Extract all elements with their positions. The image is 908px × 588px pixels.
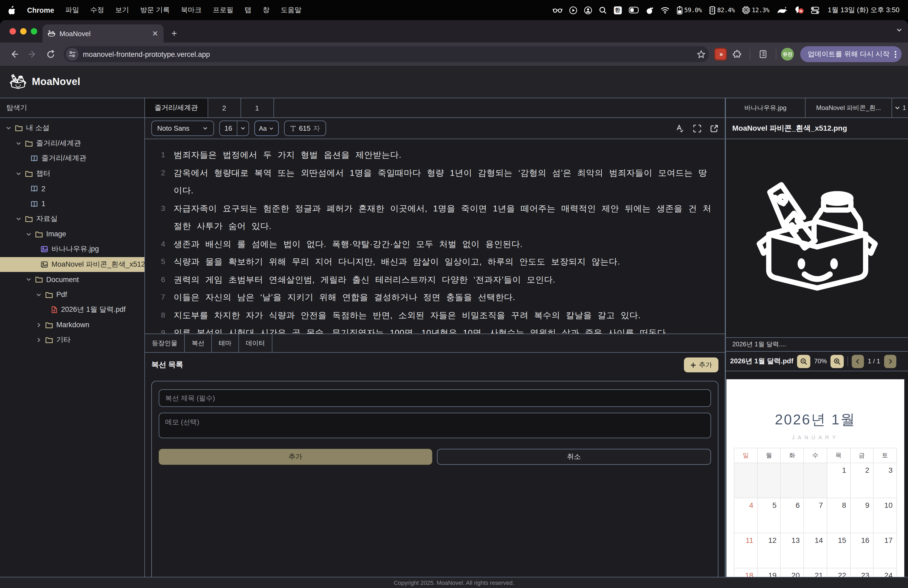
search-icon[interactable] [599,6,607,14]
bomb-icon[interactable] [646,6,654,14]
text-style-button[interactable]: Aa [254,121,279,136]
display-toggle-icon[interactable] [628,6,639,14]
glasses-icon[interactable] [552,6,562,14]
font-size-chevron[interactable] [237,121,248,135]
bottom-tab[interactable]: 등장인물 [145,334,185,352]
zoom-out-button[interactable] [797,354,810,368]
control-center-icon[interactable] [811,6,819,14]
play-circle-icon[interactable] [569,6,577,14]
bottom-tab[interactable]: 데이터 [239,334,272,352]
reload-button[interactable] [42,46,58,62]
open-external-icon[interactable] [710,124,718,132]
tree-item[interactable]: 2026년 1월 달력.pdf [0,302,145,317]
editor-line[interactable]: 4생존과 배신의 룰 섬에는 법이 없다. 폭행·약탈·강간·살인 모두 처벌 … [151,235,715,253]
adblock-extension-icon[interactable]: » [714,48,727,61]
url-text[interactable]: moanovel-frontend-prototype.vercel.app [83,50,692,58]
wifi-icon[interactable] [660,6,669,13]
extensions-puzzle-icon[interactable] [729,46,745,62]
menu-item[interactable]: 보기 [115,5,129,15]
font-size-select[interactable]: 16 [219,121,249,136]
foreshadow-memo-input[interactable] [159,413,711,438]
tree-item[interactable]: Document [0,272,145,287]
close-window-button[interactable] [10,28,16,34]
menu-item[interactable]: 수정 [90,5,104,15]
tree-item[interactable]: Image [0,227,145,242]
runcat-icon[interactable] [776,6,788,14]
editor-line[interactable]: 8지도부를 차지한 자가 식량과 안전을 독점하는 반면, 소외된 자들은 비밀… [151,306,715,324]
bookmark-star-icon[interactable] [697,50,706,59]
bottom-tab[interactable]: 테마 [212,334,239,352]
tree-item[interactable]: 기타 [0,332,145,348]
menu-clock[interactable]: 1월 13일 (화) 오후 3:50 [828,5,900,15]
profile-avatar[interactable]: 유진 [781,48,794,61]
next-page-button[interactable] [884,354,896,368]
spellcheck-icon[interactable] [675,124,684,133]
tree-item[interactable]: 내 소설 [0,121,145,136]
update-chrome-button[interactable]: 업데이트를 위해 다시 시작 [800,46,902,62]
bottom-tab[interactable]: 복선 [185,334,212,352]
maximize-window-button[interactable] [31,28,37,34]
notification-badge-icon[interactable]: N [795,6,804,14]
menu-item[interactable]: 도움말 [281,5,301,15]
pdf-tab-label[interactable]: 2026년 1월 달력.... [726,338,908,352]
new-tab-button[interactable]: + [167,26,182,41]
form-cancel-button[interactable]: 취소 [437,449,711,465]
tree-item[interactable]: 줄거리/세계관 [0,136,145,151]
foreshadow-title-input[interactable] [159,389,711,407]
prev-page-button[interactable] [852,354,864,368]
apple-icon[interactable] [8,6,16,14]
tree-item[interactable]: 2 [0,181,145,196]
editor-line[interactable]: 3자급자족이 요구되는 험준한 정글과 폐허가 혼재한 이곳에서, 1명을 죽이… [151,200,715,235]
browser-tab[interactable]: MoaNovel ✕ [42,24,164,42]
pdf-viewer[interactable]: 2026년 1월 JANUARY 일월화수목금토 123456789101112… [726,371,908,577]
editor-line[interactable]: 1범죄자들은 법정에서 두 가지 형벌 옵션을 제안받는다. [151,146,715,164]
person-circle-icon[interactable] [584,6,592,14]
back-button[interactable] [6,46,22,62]
preview-tab[interactable]: 바나나우유.jpg [726,98,805,118]
preview-tab-overflow[interactable]: 1 [892,98,908,118]
tree-item[interactable]: 자료실 [0,211,145,227]
menu-app-name[interactable]: Chrome [27,6,54,14]
tab-list-chevron-icon[interactable] [896,27,903,34]
tree-item[interactable]: Markdown [0,317,145,332]
menu-item[interactable]: 탭 [245,5,251,15]
fullscreen-icon[interactable] [693,124,702,132]
zoom-in-button[interactable] [831,354,844,368]
tree-item[interactable]: 챕터 [0,166,145,181]
app-logo-text[interactable]: MoaNovel [32,76,80,88]
forward-button[interactable] [24,46,40,62]
tree-item[interactable]: MoaNovel 파비콘_흰색_x512 [0,257,145,272]
editor-line[interactable]: 9인류 본성의 시험대 시간은 곧 목숨. 무기징역자는 100명, 10년형은… [151,324,715,333]
editor-line[interactable]: 5식량과 물을 확보하기 위해 무리 지어 다니지만, 배신과 암살이 일상이고… [151,253,715,271]
editor-tab[interactable]: 줄거리/세계관 [145,98,208,118]
reading-list-icon[interactable] [755,46,771,62]
site-settings-icon[interactable] [66,48,79,61]
editor-line[interactable]: 2감옥에서 형량대로 복역 또는 외딴섬에서 1명을 죽일때마다 형량 1년이 … [151,164,715,200]
preview-tab[interactable]: MoaNovel 파비콘_흰... [805,98,892,118]
tree-item[interactable]: Pdf [0,287,145,302]
input-source-badge[interactable]: 한 [613,6,621,14]
editor-tab[interactable]: 1 [241,98,274,118]
menu-item[interactable]: 창 [262,5,269,15]
editor-text-area[interactable]: 1범죄자들은 법정에서 두 가지 형벌 옵션을 제안받는다.2감옥에서 형량대로… [145,139,725,333]
tab-close-icon[interactable]: ✕ [152,29,158,38]
editor-line[interactable]: 7이들은 자신의 남은 ‘날’을 지키기 위해 연합을 결성하거나 정면 충돌을… [151,288,715,306]
menu-item[interactable]: 파일 [65,5,79,15]
browser-menu-icon[interactable] [895,51,896,58]
minimize-window-button[interactable] [20,28,27,34]
form-submit-button[interactable]: 추가 [159,449,432,465]
editor-tab[interactable]: 2 [208,98,241,118]
editor-line[interactable]: 6권력의 게임 초범부터 연쇄살인범, 게릴라 출신 테러리스트까지 다양한 ‘… [151,271,715,288]
tree-item[interactable]: 줄거리/세계관 [0,151,145,166]
tree-item[interactable]: 바나나우유.jpg [0,242,145,257]
cpu-icon[interactable]: 12.3% [742,6,770,14]
menu-item[interactable]: 북마크 [181,5,201,15]
menu-item[interactable]: 방문 기록 [140,5,170,15]
battery-icon[interactable]: 59.0% [676,6,702,14]
menu-item[interactable]: 프로필 [213,5,233,15]
memory-icon[interactable]: 82.4% [708,6,735,14]
font-select[interactable]: Noto Sans [151,121,214,136]
address-bar[interactable]: moanovel-frontend-prototype.vercel.app [64,46,709,62]
add-foreshadow-button[interactable]: 추가 [684,358,718,372]
tree-item[interactable]: 1 [0,196,145,211]
